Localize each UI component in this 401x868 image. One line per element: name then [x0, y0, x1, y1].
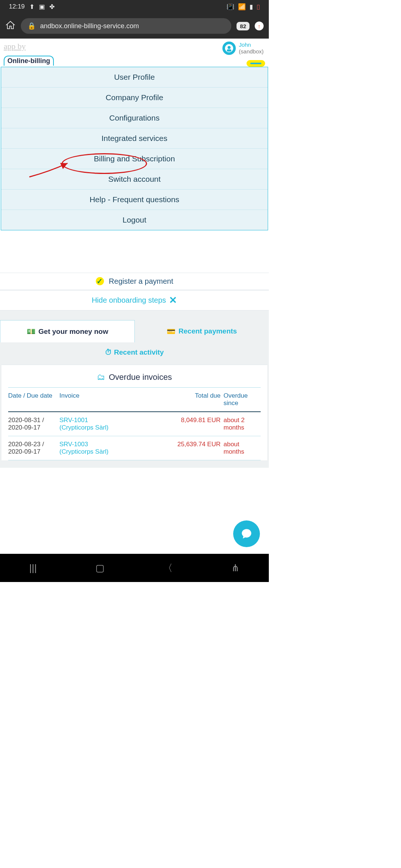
battery-icon: ▯ — [257, 3, 260, 11]
hide-onboarding-link[interactable]: Hide onboarding steps ✕ — [0, 290, 269, 310]
accessibility-button[interactable]: ⋔ — [231, 562, 239, 574]
notif-icon: ✤ — [49, 3, 55, 11]
address-bar[interactable]: 🔒 andbox.online-billing-service.com — [21, 18, 231, 34]
tab-recent-activity[interactable]: ⏱ Recent activity — [0, 342, 269, 365]
app-by-label: app by — [4, 42, 26, 51]
update-indicator-icon[interactable]: ↑ — [255, 22, 264, 30]
panel-title-text: Overdue invoices — [109, 372, 172, 382]
table-row[interactable]: 2020-08-31 / 2020-09-17 SRV-1001 (Crypti… — [8, 412, 261, 436]
chat-icon — [240, 527, 253, 540]
money-icon: 💵 — [27, 327, 36, 336]
clock-icon: ⏱ — [105, 348, 112, 356]
row-over1: about 2 — [224, 417, 261, 424]
svg-point-1 — [228, 46, 231, 49]
user-env: (sandbox) — [239, 48, 264, 55]
chat-fab[interactable] — [233, 520, 260, 547]
vibrate-icon: 📳 — [226, 3, 234, 11]
close-icon[interactable]: ✕ — [169, 295, 177, 306]
dashboard-tabs: 💵 Get your money now 💳 Recent payments — [0, 320, 269, 342]
table-header: Date / Due date Invoice Total due Overdu… — [8, 388, 261, 412]
user-menu-trigger[interactable]: John (sandbox) — [222, 42, 264, 55]
tab-payments-label: Recent payments — [179, 327, 237, 335]
menu-company-profile[interactable]: Company Profile — [1, 88, 268, 108]
user-dropdown-menu: User Profile Company Profile Configurati… — [1, 67, 268, 230]
check-icon: ✓ — [96, 277, 104, 285]
menu-user-profile[interactable]: User Profile — [1, 67, 268, 88]
home-button[interactable]: ▢ — [95, 562, 105, 574]
back-button[interactable]: 〈 — [163, 562, 173, 575]
signal-icon: ▮ — [250, 3, 253, 11]
invoice-client: (Crypticorps Sàrl) — [59, 424, 173, 431]
row-date2: 2020-09-17 — [8, 424, 56, 431]
register-payment-link[interactable]: ✓ Register a payment — [0, 273, 269, 290]
menu-switch-account[interactable]: Switch account — [1, 169, 268, 190]
col-overdue-header: Overdue since — [224, 392, 261, 407]
status-time: 12:19 — [9, 3, 25, 10]
wifi-icon: 📶 — [238, 3, 246, 11]
menu-integrated-services[interactable]: Integrated services — [1, 128, 268, 149]
app-header: app by John (sandbox) — [0, 39, 269, 55]
row-date1: 2020-08-23 / — [8, 441, 56, 448]
tab-count-value: 82 — [240, 23, 246, 29]
svg-rect-2 — [227, 49, 231, 52]
tab-get-money-now[interactable]: 💵 Get your money now — [0, 320, 135, 342]
col-invoice-header: Invoice — [59, 392, 173, 407]
row-over1: about — [224, 441, 261, 448]
row-date2: 2020-09-17 — [8, 448, 56, 456]
row-total: 8,049.81 EUR — [176, 417, 221, 431]
menu-logout[interactable]: Logout — [1, 210, 268, 230]
hide-onboarding-label: Hide onboarding steps — [92, 296, 166, 305]
upload-icon: ⬆ — [29, 3, 35, 11]
user-name: John — [239, 42, 264, 48]
row-total: 25,639.74 EUR — [176, 441, 221, 456]
tab-count-button[interactable]: 82 — [237, 22, 250, 30]
menu-configurations[interactable]: Configurations — [1, 108, 268, 128]
recents-button[interactable]: ||| — [29, 562, 37, 574]
tab-activity-label: Recent activity — [114, 348, 164, 356]
col-date-header: Date / Due date — [8, 392, 56, 407]
payments-icon: 💳 — [167, 327, 176, 336]
logo-text: Online-billing — [4, 56, 54, 66]
url-text: andbox.online-billing-service.com — [40, 22, 139, 30]
invoice-link[interactable]: SRV-1003 — [59, 441, 173, 448]
invoice-link[interactable]: SRV-1001 — [59, 417, 173, 424]
row-over2: months — [224, 424, 261, 431]
register-payment-label: Register a payment — [109, 277, 173, 285]
browser-toolbar: 🔒 andbox.online-billing-service.com 82 ↑ — [0, 13, 269, 39]
col-total-header: Total due — [176, 392, 221, 407]
table-row[interactable]: 2020-08-23 / 2020-09-17 SRV-1003 (Crypti… — [8, 436, 261, 460]
tab-money-label: Get your money now — [39, 328, 108, 336]
menu-help-faq[interactable]: Help - Frequent questions — [1, 190, 268, 210]
image-icon: ▣ — [39, 3, 45, 11]
row-date1: 2020-08-31 / — [8, 417, 56, 424]
menu-billing-subscription[interactable]: Billing and Subscription — [1, 149, 268, 169]
lock-icon: 🔒 — [27, 22, 36, 30]
overdue-invoices-panel: 🗂 Overdue invoices Date / Due date Invoi… — [1, 365, 267, 460]
tab-recent-payments[interactable]: 💳 Recent payments — [135, 320, 269, 342]
avatar-icon — [222, 42, 236, 55]
android-nav-bar: ||| ▢ 〈 ⋔ — [0, 554, 269, 582]
row-over2: months — [224, 448, 261, 456]
android-status-bar: 12:19 ⬆ ▣ ✤ 📳 📶 ▮ ▯ — [0, 0, 269, 13]
invoice-client: (Crypticorps Sàrl) — [59, 448, 173, 456]
invoice-stack-icon: 🗂 — [97, 372, 105, 382]
hamburger-menu-icon[interactable] — [247, 60, 265, 67]
home-icon[interactable] — [5, 20, 16, 32]
